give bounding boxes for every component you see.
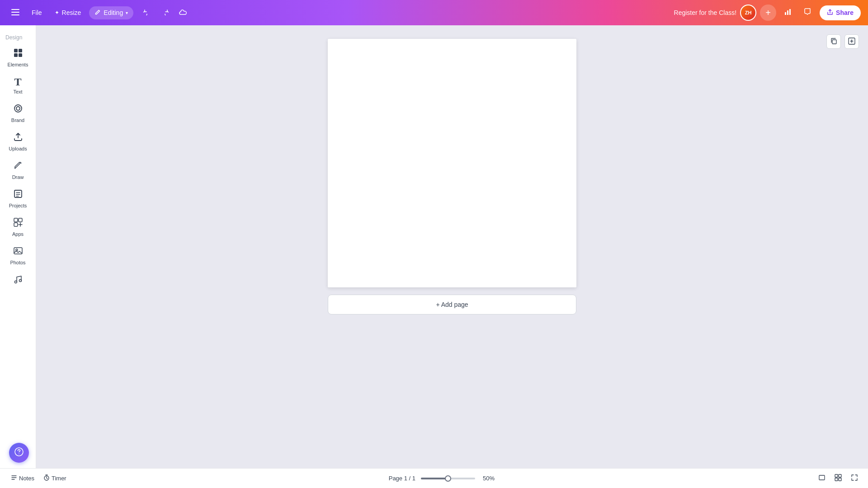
text-label: Text [13, 89, 22, 94]
zoom-slider[interactable] [421, 478, 475, 479]
svg-rect-23 [819, 475, 825, 480]
chart-icon [784, 8, 792, 18]
cloud-save-button[interactable] [175, 5, 191, 21]
main-content: Design Elements T Text [0, 25, 868, 468]
draw-icon [13, 160, 23, 173]
notes-icon [11, 474, 17, 482]
share-icon [827, 9, 833, 17]
share-label: Share [836, 9, 854, 16]
file-button[interactable]: File [27, 6, 47, 19]
add-collaborator-button[interactable]: + [760, 5, 776, 21]
svg-rect-2 [11, 14, 19, 15]
svg-rect-9 [19, 53, 22, 57]
projects-icon [13, 189, 23, 201]
notes-button[interactable]: Notes [7, 473, 38, 484]
svg-rect-27 [839, 478, 841, 481]
sidebar-item-text[interactable]: T Text [3, 73, 33, 98]
timer-button[interactable]: Timer [40, 473, 70, 484]
editing-label: Editing [104, 9, 123, 16]
resize-label: Resize [62, 9, 81, 16]
undo-icon [143, 8, 151, 18]
zoom-slider-container [421, 478, 475, 479]
help-icon [14, 447, 24, 459]
nav-left: File ✦ Resize Editing ▾ [7, 5, 191, 21]
photos-label: Photos [10, 260, 25, 265]
help-button[interactable] [9, 443, 29, 463]
grid-view-button[interactable] [832, 472, 844, 485]
register-text[interactable]: Register for the Class! [674, 9, 737, 16]
avatar-initials: ZH [745, 10, 752, 15]
svg-rect-0 [11, 9, 19, 10]
brand-label: Brand [11, 117, 24, 123]
analytics-button[interactable] [780, 5, 796, 21]
add-icon: + [765, 8, 771, 18]
svg-rect-4 [787, 10, 788, 15]
single-view-button[interactable] [816, 472, 828, 485]
svg-point-19 [19, 280, 21, 282]
navbar: File ✦ Resize Editing ▾ [0, 0, 868, 25]
undo-button[interactable] [139, 5, 155, 21]
menu-icon [11, 8, 19, 18]
sidebar: Design Elements T Text [0, 25, 36, 468]
cloud-icon [179, 8, 187, 18]
sidebar-item-uploads[interactable]: Uploads [3, 128, 33, 155]
resize-icon: ✦ [55, 9, 59, 16]
timer-label: Timer [52, 475, 66, 482]
svg-rect-26 [835, 478, 838, 481]
elements-label: Elements [8, 62, 28, 67]
canvas-wrapper: + Add page [328, 39, 576, 314]
uploads-label: Uploads [9, 146, 27, 151]
sidebar-item-music[interactable] [3, 271, 33, 290]
elements-icon [13, 48, 23, 60]
svg-rect-5 [789, 9, 791, 15]
sidebar-item-draw[interactable]: Draw [3, 157, 33, 183]
svg-point-18 [14, 281, 17, 283]
sidebar-item-brand[interactable]: Brand [3, 100, 33, 127]
copy-icon [830, 38, 837, 46]
svg-rect-6 [14, 49, 18, 52]
redo-button[interactable] [157, 5, 173, 21]
fullscreen-button[interactable] [848, 472, 861, 485]
menu-button[interactable] [7, 5, 24, 21]
zoom-percent: 50% [481, 475, 497, 482]
copy-page-button[interactable] [826, 34, 841, 49]
projects-label: Projects [9, 203, 27, 208]
svg-rect-14 [19, 218, 22, 222]
bottom-bar: Notes Timer Page 1 / 1 50% [0, 468, 868, 488]
svg-rect-7 [19, 49, 22, 52]
apps-label: Apps [12, 231, 24, 237]
svg-rect-8 [14, 53, 18, 57]
photos-icon [13, 246, 23, 258]
resize-button[interactable]: ✦ Resize [50, 6, 86, 19]
svg-rect-25 [839, 474, 841, 477]
avatar[interactable]: ZH [740, 5, 756, 21]
music-icon [13, 274, 23, 286]
uploads-icon [13, 132, 23, 144]
bottom-center: Page 1 / 1 50% [389, 475, 497, 482]
page-info: Page 1 / 1 [389, 475, 415, 482]
editing-chevron-icon: ▾ [126, 10, 128, 15]
sidebar-item-apps[interactable]: Apps [3, 214, 33, 240]
share-button[interactable]: Share [820, 5, 861, 20]
pencil-icon [94, 9, 101, 17]
timer-icon [43, 474, 50, 482]
fullscreen-icon [851, 474, 858, 483]
editing-button[interactable]: Editing ▾ [89, 6, 133, 19]
notes-label: Notes [19, 475, 34, 482]
zoom-slider-fill [421, 478, 448, 479]
page-canvas[interactable] [328, 39, 576, 287]
text-icon: T [14, 76, 21, 87]
add-page-icon-button[interactable] [844, 34, 859, 49]
svg-point-10 [14, 105, 22, 112]
svg-rect-16 [14, 248, 22, 254]
sidebar-item-photos[interactable]: Photos [3, 242, 33, 269]
design-label: Design [0, 31, 36, 42]
brand-icon [13, 103, 23, 116]
add-page-button[interactable]: + Add page [328, 295, 576, 314]
comment-icon [804, 8, 812, 18]
comments-button[interactable] [800, 5, 816, 21]
bottom-left: Notes Timer [7, 473, 70, 484]
sidebar-item-projects[interactable]: Projects [3, 185, 33, 212]
sidebar-item-elements[interactable]: Elements [3, 44, 33, 71]
add-page-icon [848, 38, 855, 46]
